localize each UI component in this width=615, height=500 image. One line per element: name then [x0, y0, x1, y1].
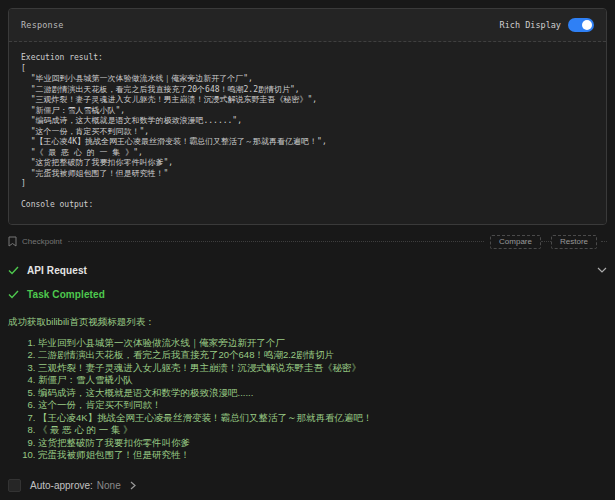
checkpoint-row: Checkpoint Compare Restore [8, 234, 607, 250]
chat-response-view: Response Rich Display Execution result: … [0, 0, 615, 500]
check-icon [8, 266, 19, 275]
compare-button[interactable]: Compare [490, 235, 541, 249]
response-panel: Response Rich Display Execution result: … [8, 8, 607, 225]
checkpoint-divider [68, 241, 484, 242]
checkpoint-label: Checkpoint [22, 237, 62, 246]
list-item: 这货把整破防了我要扣你零件叫你爹 [38, 437, 607, 450]
list-item: 【王心凌4K】挑战全网王心凌最丝滑变装！霸总们又整活了～那就再看亿遍吧！ [38, 412, 607, 425]
bookmark-icon [8, 236, 17, 247]
list-item: 毕业回到小县城第一次体验做流水线｜俺家旁边新开了个厂 [38, 337, 607, 350]
chevron-down-icon[interactable] [597, 267, 607, 273]
list-item: 二游剧情演出天花板，看完之后我直接充了20个648！鸣潮2.2剧情切片 [38, 349, 607, 362]
auto-approve-value: None [97, 480, 121, 491]
execution-pre: Execution result: [ "毕业回到小县城第一次体验做流水线｜俺家… [21, 53, 594, 211]
response-panel-header: Response Rich Display [9, 9, 606, 42]
check-icon [8, 290, 19, 299]
rich-display-label: Rich Display [500, 20, 561, 30]
chevron-right-icon[interactable] [130, 481, 136, 490]
api-request-row[interactable]: API Request [8, 265, 607, 276]
list-item: 新僵尸：雪人雪橇小队 [38, 374, 607, 387]
restore-button[interactable]: Restore [551, 235, 597, 249]
list-item: 三观炸裂！妻子灵魂进入女儿躯壳！男主崩溃！沉浸式解说东野圭吾《秘密》 [38, 362, 607, 375]
task-result-summary: 成功获取bilibili首页视频标题列表： [8, 315, 607, 328]
list-item: 《 最 恶 心 的 一 集 》 [38, 424, 607, 437]
list-item: 这个一份，肯定买不到同款！ [38, 399, 607, 412]
list-item: 完蛋我被师姐包围了！但是研究牲！ [38, 449, 607, 462]
execution-output-area: Execution result: [ "毕业回到小县城第一次体验做流水线｜俺家… [9, 42, 606, 224]
task-completed-row: Task Completed [8, 289, 607, 300]
api-request-label: API Request [27, 265, 87, 276]
list-item: 编码成诗，这大概就是语文和数学的极致浪漫吧...... [38, 387, 607, 400]
task-completed-label: Task Completed [27, 289, 105, 300]
rich-display-toggle[interactable] [568, 18, 594, 32]
auto-approve-checkbox[interactable] [8, 479, 21, 492]
response-title: Response [21, 20, 64, 30]
video-title-list: 毕业回到小县城第一次体验做流水线｜俺家旁边新开了个厂二游剧情演出天花板，看完之后… [8, 337, 607, 462]
auto-approve-label: Auto-approve: [30, 480, 93, 491]
toggle-knob [582, 20, 592, 30]
auto-approve-bar[interactable]: Auto-approve: None [0, 470, 615, 500]
